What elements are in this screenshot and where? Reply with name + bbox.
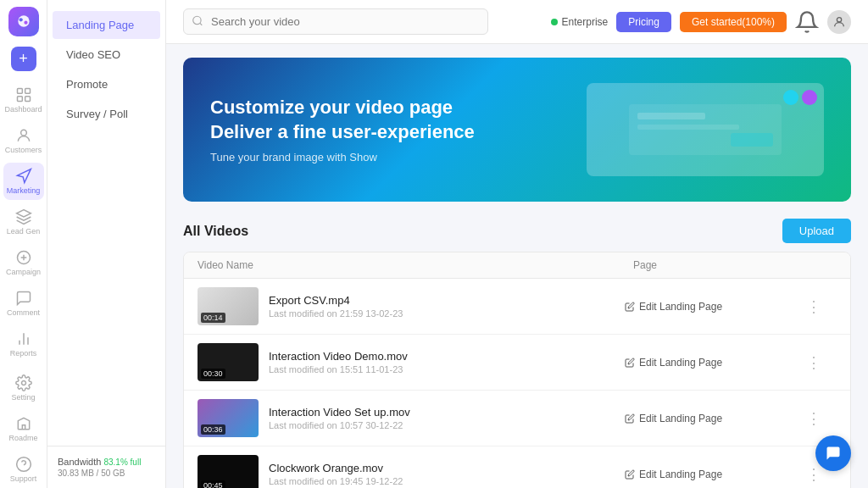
- video-name: Interaction Video Set up.mov: [269, 406, 410, 419]
- video-name: Clockwork Orange.mov: [269, 462, 403, 474]
- table-row: 00:36 Interaction Video Set up.mov Last …: [184, 391, 850, 446]
- svg-point-1: [19, 19, 22, 22]
- video-modified: Last modified on 19:45 19-12-22: [269, 476, 403, 486]
- sidebar-item-setting[interactable]: Setting: [3, 369, 44, 407]
- video-duration: 00:36: [201, 424, 225, 435]
- svg-point-12: [21, 381, 25, 385]
- svg-rect-5: [17, 97, 22, 102]
- upload-button[interactable]: Upload: [782, 219, 851, 243]
- sidebar-item-marketing[interactable]: Marketing: [3, 163, 44, 200]
- svg-rect-3: [17, 89, 22, 94]
- sub-sidebar: Landing Page Video SEO Promote Survey / …: [47, 0, 166, 488]
- svg-point-17: [837, 17, 841, 21]
- video-modified: Last modified on 21:59 13-02-23: [269, 308, 403, 319]
- table-row: 00:45 Clockwork Orange.mov Last modified…: [184, 446, 850, 488]
- enterprise-badge: Enterprise: [551, 16, 609, 28]
- sub-sidebar-item-video-seo[interactable]: Video SEO: [53, 41, 160, 69]
- svg-rect-19: [637, 113, 705, 119]
- edit-landing-link[interactable]: Edit Landing Page: [625, 301, 794, 313]
- more-options-button[interactable]: ⋮: [803, 406, 837, 431]
- banner-preview: [587, 83, 824, 176]
- edit-landing-link[interactable]: Edit Landing Page: [625, 413, 794, 424]
- banner-preview-inner: [587, 83, 824, 176]
- chat-bubble-button[interactable]: [815, 435, 851, 471]
- svg-point-0: [18, 16, 29, 27]
- more-options-button[interactable]: ⋮: [803, 350, 837, 375]
- sub-sidebar-item-promote[interactable]: Promote: [53, 70, 160, 98]
- svg-point-7: [20, 130, 26, 136]
- video-duration: 00:14: [201, 313, 225, 323]
- search-input[interactable]: [183, 8, 488, 35]
- svg-rect-4: [25, 89, 30, 94]
- get-started-button[interactable]: Get started(100%): [680, 12, 787, 32]
- more-options-button[interactable]: ⋮: [803, 294, 837, 319]
- bandwidth-label: Bandwidth 83.1% full: [58, 457, 155, 467]
- section-header: All Videos Upload: [183, 219, 851, 243]
- video-name: Export CSV.mp4: [269, 294, 403, 307]
- sidebar-item-support[interactable]: Support: [3, 451, 44, 488]
- col-page: Page: [633, 259, 803, 271]
- svg-point-13: [16, 458, 31, 472]
- sidebar-item-customers[interactable]: Customers: [3, 122, 44, 159]
- edit-landing-link[interactable]: Edit Landing Page: [625, 469, 794, 480]
- video-name: Interaction Video Demo.mov: [269, 350, 408, 363]
- edit-landing-link[interactable]: Edit Landing Page: [625, 357, 794, 369]
- main-area: Enterprise Pricing Get started(100%) Cus…: [166, 0, 868, 488]
- avatar[interactable]: [827, 10, 851, 34]
- section-title: All Videos: [183, 224, 248, 239]
- banner-title: Customize your video pageDeliver a fine …: [210, 96, 475, 144]
- svg-point-15: [193, 16, 201, 24]
- enterprise-dot: [551, 19, 558, 25]
- search-bar: [183, 8, 488, 35]
- col-video-name: Video Name: [198, 259, 633, 271]
- bandwidth-section: Bandwidth 83.1% full 30.83 MB / 50 GB: [47, 446, 165, 488]
- video-thumbnail: 00:45: [198, 455, 259, 488]
- banner-text: Customize your video pageDeliver a fine …: [210, 96, 475, 164]
- sidebar-item-leadgen[interactable]: Lead Gen: [3, 203, 44, 241]
- icon-sidebar: + Dashboard Customers Marketing Lead Gen…: [0, 0, 47, 488]
- video-duration: 00:45: [201, 480, 225, 488]
- svg-point-2: [24, 21, 27, 25]
- sidebar-item-comment[interactable]: Comment: [3, 285, 44, 322]
- table-header: Video Name Page: [184, 252, 850, 279]
- top-header: Enterprise Pricing Get started(100%): [166, 0, 868, 44]
- bell-icon[interactable]: [795, 10, 819, 34]
- banner-subtitle: Tune your brand image with Show: [210, 151, 475, 164]
- video-modified: Last modified on 10:57 30-12-22: [269, 420, 410, 430]
- svg-line-16: [200, 23, 203, 25]
- svg-rect-20: [637, 125, 739, 130]
- content-area: Customize your video pageDeliver a fine …: [166, 44, 868, 488]
- video-info: 00:14 Export CSV.mp4 Last modified on 21…: [198, 287, 616, 325]
- table-row: 00:30 Interaction Video Demo.mov Last mo…: [184, 335, 850, 391]
- svg-rect-21: [731, 133, 773, 147]
- video-duration: 00:30: [201, 369, 225, 379]
- video-modified: Last modified on 15:51 11-01-23: [269, 364, 408, 374]
- table-row: 00:14 Export CSV.mp4 Last modified on 21…: [184, 279, 850, 335]
- header-right: Enterprise Pricing Get started(100%): [551, 10, 851, 34]
- preview-dot-2: [802, 90, 817, 105]
- sidebar-item-campaign[interactable]: Campaign: [3, 244, 44, 281]
- video-info: 00:45 Clockwork Orange.mov Last modified…: [198, 455, 616, 488]
- video-thumbnail: 00:14: [198, 287, 259, 325]
- sub-sidebar-item-landing-page[interactable]: Landing Page: [53, 11, 160, 39]
- video-info: 00:36 Interaction Video Set up.mov Last …: [198, 399, 616, 437]
- app-logo: [8, 7, 39, 36]
- video-thumbnail: 00:30: [198, 343, 259, 381]
- video-table: Video Name Page 00:14 Export CSV.mp4 Las…: [183, 252, 851, 488]
- banner: Customize your video pageDeliver a fine …: [183, 58, 851, 202]
- video-thumbnail: 00:36: [198, 399, 259, 437]
- bandwidth-value: 30.83 MB / 50 GB: [58, 469, 155, 478]
- sidebar-item-roadme[interactable]: Roadme: [3, 410, 44, 447]
- video-info: 00:30 Interaction Video Demo.mov Last mo…: [198, 343, 616, 381]
- sidebar-item-reports[interactable]: Reports: [3, 325, 44, 363]
- add-button[interactable]: +: [11, 47, 36, 71]
- svg-rect-6: [25, 97, 30, 102]
- search-icon: [192, 14, 203, 29]
- sub-sidebar-item-survey-poll[interactable]: Survey / Poll: [53, 100, 160, 128]
- sidebar-item-dashboard[interactable]: Dashboard: [3, 81, 44, 119]
- pricing-button[interactable]: Pricing: [616, 12, 671, 32]
